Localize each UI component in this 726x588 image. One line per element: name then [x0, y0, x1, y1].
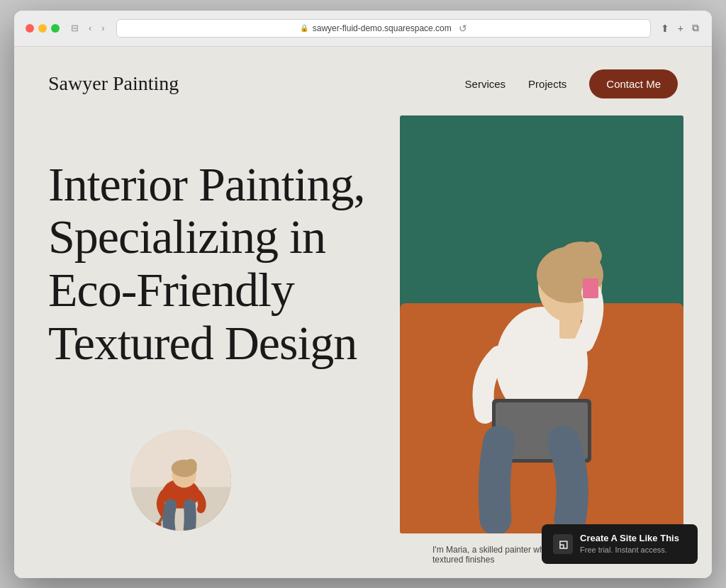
back-button[interactable]: ‹	[86, 21, 94, 35]
close-button[interactable]	[26, 24, 34, 33]
lock-icon: 🔒	[300, 24, 308, 32]
svg-point-14	[185, 458, 197, 470]
nav-link-projects[interactable]: Projects	[528, 78, 566, 90]
nav-links: Services Projects Contact Me	[465, 69, 678, 98]
traffic-lights	[26, 24, 60, 33]
browser-chrome: ⊟ ‹ › 🔒 sawyer-fluid-demo.squarespace.co…	[14, 11, 712, 47]
share-button[interactable]: ⬆	[659, 21, 671, 35]
tab-overview-button[interactable]: ⧉	[691, 21, 700, 35]
new-tab-button[interactable]: +	[676, 21, 685, 35]
sidebar-toggle[interactable]: ⊟	[68, 21, 82, 35]
fullscreen-button[interactable]	[51, 24, 60, 33]
hero-photo	[400, 115, 683, 533]
squarespace-logo-mark: ◱	[559, 538, 568, 550]
painter-illustration	[130, 427, 231, 533]
browser-actions: ⬆ + ⧉	[659, 21, 700, 35]
browser-controls: ⊟ ‹ ›	[68, 21, 108, 35]
contact-me-button[interactable]: Contact Me	[589, 69, 678, 98]
url-text: sawyer-fluid-demo.squarespace.com	[313, 23, 452, 33]
hero-headline: Interior Painting, Specializing in Eco-F…	[48, 158, 389, 370]
sq-banner-title: Create A Site Like This	[580, 533, 679, 545]
svg-rect-6	[583, 278, 598, 298]
nav-link-services[interactable]: Services	[465, 78, 506, 90]
site-title[interactable]: Sawyer Painting	[48, 72, 179, 96]
hero-small-image	[128, 427, 234, 533]
forward-button[interactable]: ›	[99, 21, 107, 35]
navigation: Sawyer Painting Services Projects Contac…	[14, 47, 712, 115]
squarespace-logo: ◱	[553, 534, 573, 554]
address-bar[interactable]: 🔒 sawyer-fluid-demo.squarespace.com ↺	[116, 19, 651, 38]
refresh-icon[interactable]: ↺	[459, 23, 467, 34]
hero-section: Interior Painting, Specializing in Eco-F…	[14, 115, 712, 576]
squarespace-banner[interactable]: ◱ Create A Site Like This Free trial. In…	[542, 524, 698, 563]
website-content: Sawyer Painting Services Projects Contac…	[14, 47, 712, 578]
sq-banner-subtitle: Free trial. Instant access.	[580, 545, 679, 555]
hero-main-image	[400, 115, 683, 533]
squarespace-text: Create A Site Like This Free trial. Inst…	[580, 533, 679, 555]
person-illustration	[428, 193, 655, 533]
minimize-button[interactable]	[38, 24, 47, 33]
browser-window: ⊟ ‹ › 🔒 sawyer-fluid-demo.squarespace.co…	[14, 11, 712, 578]
svg-rect-16	[156, 522, 162, 526]
small-photo	[130, 430, 231, 531]
